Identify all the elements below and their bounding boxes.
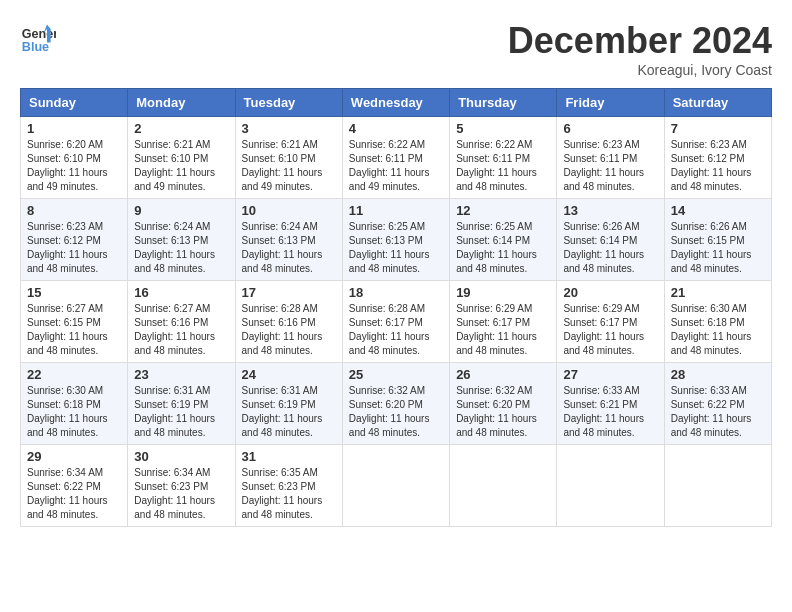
calendar-header-row: SundayMondayTuesdayWednesdayThursdayFrid… <box>21 89 772 117</box>
day-number: 7 <box>671 121 765 136</box>
calendar-cell: 27 Sunrise: 6:33 AMSunset: 6:21 PMDaylig… <box>557 363 664 445</box>
day-number: 17 <box>242 285 336 300</box>
day-number: 26 <box>456 367 550 382</box>
day-info: Sunrise: 6:23 AMSunset: 6:12 PMDaylight:… <box>27 220 121 276</box>
day-number: 19 <box>456 285 550 300</box>
day-info: Sunrise: 6:24 AMSunset: 6:13 PMDaylight:… <box>242 220 336 276</box>
day-info: Sunrise: 6:33 AMSunset: 6:22 PMDaylight:… <box>671 384 765 440</box>
day-number: 29 <box>27 449 121 464</box>
day-info: Sunrise: 6:28 AMSunset: 6:17 PMDaylight:… <box>349 302 443 358</box>
location: Koreagui, Ivory Coast <box>508 62 772 78</box>
calendar-cell: 9 Sunrise: 6:24 AMSunset: 6:13 PMDayligh… <box>128 199 235 281</box>
day-info: Sunrise: 6:29 AMSunset: 6:17 PMDaylight:… <box>563 302 657 358</box>
calendar-cell: 2 Sunrise: 6:21 AMSunset: 6:10 PMDayligh… <box>128 117 235 199</box>
column-header-sunday: Sunday <box>21 89 128 117</box>
day-number: 5 <box>456 121 550 136</box>
day-number: 2 <box>134 121 228 136</box>
day-number: 1 <box>27 121 121 136</box>
calendar-cell: 26 Sunrise: 6:32 AMSunset: 6:20 PMDaylig… <box>450 363 557 445</box>
day-info: Sunrise: 6:25 AMSunset: 6:14 PMDaylight:… <box>456 220 550 276</box>
calendar-cell: 8 Sunrise: 6:23 AMSunset: 6:12 PMDayligh… <box>21 199 128 281</box>
day-number: 16 <box>134 285 228 300</box>
day-info: Sunrise: 6:33 AMSunset: 6:21 PMDaylight:… <box>563 384 657 440</box>
calendar-cell: 13 Sunrise: 6:26 AMSunset: 6:14 PMDaylig… <box>557 199 664 281</box>
calendar-cell: 31 Sunrise: 6:35 AMSunset: 6:23 PMDaylig… <box>235 445 342 527</box>
day-number: 22 <box>27 367 121 382</box>
calendar-cell: 20 Sunrise: 6:29 AMSunset: 6:17 PMDaylig… <box>557 281 664 363</box>
calendar-week-row: 22 Sunrise: 6:30 AMSunset: 6:18 PMDaylig… <box>21 363 772 445</box>
calendar-cell: 5 Sunrise: 6:22 AMSunset: 6:11 PMDayligh… <box>450 117 557 199</box>
day-info: Sunrise: 6:21 AMSunset: 6:10 PMDaylight:… <box>134 138 228 194</box>
day-number: 28 <box>671 367 765 382</box>
calendar-cell: 28 Sunrise: 6:33 AMSunset: 6:22 PMDaylig… <box>664 363 771 445</box>
day-info: Sunrise: 6:27 AMSunset: 6:16 PMDaylight:… <box>134 302 228 358</box>
calendar-cell: 22 Sunrise: 6:30 AMSunset: 6:18 PMDaylig… <box>21 363 128 445</box>
calendar-cell: 4 Sunrise: 6:22 AMSunset: 6:11 PMDayligh… <box>342 117 449 199</box>
day-number: 25 <box>349 367 443 382</box>
column-header-wednesday: Wednesday <box>342 89 449 117</box>
day-info: Sunrise: 6:22 AMSunset: 6:11 PMDaylight:… <box>456 138 550 194</box>
day-number: 21 <box>671 285 765 300</box>
calendar-cell: 12 Sunrise: 6:25 AMSunset: 6:14 PMDaylig… <box>450 199 557 281</box>
day-info: Sunrise: 6:32 AMSunset: 6:20 PMDaylight:… <box>456 384 550 440</box>
day-info: Sunrise: 6:23 AMSunset: 6:11 PMDaylight:… <box>563 138 657 194</box>
day-number: 11 <box>349 203 443 218</box>
column-header-tuesday: Tuesday <box>235 89 342 117</box>
day-number: 4 <box>349 121 443 136</box>
calendar-cell: 25 Sunrise: 6:32 AMSunset: 6:20 PMDaylig… <box>342 363 449 445</box>
day-info: Sunrise: 6:30 AMSunset: 6:18 PMDaylight:… <box>27 384 121 440</box>
page-header: General Blue December 2024 Koreagui, Ivo… <box>20 20 772 78</box>
calendar-cell: 21 Sunrise: 6:30 AMSunset: 6:18 PMDaylig… <box>664 281 771 363</box>
day-number: 8 <box>27 203 121 218</box>
day-info: Sunrise: 6:21 AMSunset: 6:10 PMDaylight:… <box>242 138 336 194</box>
calendar-cell: 19 Sunrise: 6:29 AMSunset: 6:17 PMDaylig… <box>450 281 557 363</box>
day-number: 18 <box>349 285 443 300</box>
month-title: December 2024 <box>508 20 772 62</box>
day-info: Sunrise: 6:28 AMSunset: 6:16 PMDaylight:… <box>242 302 336 358</box>
day-info: Sunrise: 6:26 AMSunset: 6:15 PMDaylight:… <box>671 220 765 276</box>
day-info: Sunrise: 6:34 AMSunset: 6:23 PMDaylight:… <box>134 466 228 522</box>
calendar-week-row: 8 Sunrise: 6:23 AMSunset: 6:12 PMDayligh… <box>21 199 772 281</box>
calendar-cell: 7 Sunrise: 6:23 AMSunset: 6:12 PMDayligh… <box>664 117 771 199</box>
day-number: 13 <box>563 203 657 218</box>
column-header-thursday: Thursday <box>450 89 557 117</box>
column-header-saturday: Saturday <box>664 89 771 117</box>
calendar-cell: 24 Sunrise: 6:31 AMSunset: 6:19 PMDaylig… <box>235 363 342 445</box>
day-number: 6 <box>563 121 657 136</box>
calendar-cell <box>664 445 771 527</box>
calendar-cell <box>557 445 664 527</box>
day-info: Sunrise: 6:31 AMSunset: 6:19 PMDaylight:… <box>134 384 228 440</box>
day-number: 23 <box>134 367 228 382</box>
day-number: 24 <box>242 367 336 382</box>
day-info: Sunrise: 6:25 AMSunset: 6:13 PMDaylight:… <box>349 220 443 276</box>
day-number: 14 <box>671 203 765 218</box>
day-number: 9 <box>134 203 228 218</box>
svg-text:Blue: Blue <box>22 40 49 54</box>
day-info: Sunrise: 6:31 AMSunset: 6:19 PMDaylight:… <box>242 384 336 440</box>
calendar-cell <box>342 445 449 527</box>
day-info: Sunrise: 6:23 AMSunset: 6:12 PMDaylight:… <box>671 138 765 194</box>
calendar-table: SundayMondayTuesdayWednesdayThursdayFrid… <box>20 88 772 527</box>
logo: General Blue <box>20 20 56 56</box>
day-info: Sunrise: 6:22 AMSunset: 6:11 PMDaylight:… <box>349 138 443 194</box>
calendar-cell: 10 Sunrise: 6:24 AMSunset: 6:13 PMDaylig… <box>235 199 342 281</box>
day-info: Sunrise: 6:30 AMSunset: 6:18 PMDaylight:… <box>671 302 765 358</box>
calendar-cell: 1 Sunrise: 6:20 AMSunset: 6:10 PMDayligh… <box>21 117 128 199</box>
calendar-cell: 3 Sunrise: 6:21 AMSunset: 6:10 PMDayligh… <box>235 117 342 199</box>
day-info: Sunrise: 6:24 AMSunset: 6:13 PMDaylight:… <box>134 220 228 276</box>
day-number: 12 <box>456 203 550 218</box>
day-number: 30 <box>134 449 228 464</box>
calendar-cell: 14 Sunrise: 6:26 AMSunset: 6:15 PMDaylig… <box>664 199 771 281</box>
calendar-cell: 11 Sunrise: 6:25 AMSunset: 6:13 PMDaylig… <box>342 199 449 281</box>
day-info: Sunrise: 6:20 AMSunset: 6:10 PMDaylight:… <box>27 138 121 194</box>
calendar-cell: 6 Sunrise: 6:23 AMSunset: 6:11 PMDayligh… <box>557 117 664 199</box>
calendar-week-row: 29 Sunrise: 6:34 AMSunset: 6:22 PMDaylig… <box>21 445 772 527</box>
day-number: 10 <box>242 203 336 218</box>
day-info: Sunrise: 6:26 AMSunset: 6:14 PMDaylight:… <box>563 220 657 276</box>
day-number: 27 <box>563 367 657 382</box>
day-number: 20 <box>563 285 657 300</box>
day-number: 3 <box>242 121 336 136</box>
column-header-friday: Friday <box>557 89 664 117</box>
calendar-cell: 23 Sunrise: 6:31 AMSunset: 6:19 PMDaylig… <box>128 363 235 445</box>
calendar-cell: 30 Sunrise: 6:34 AMSunset: 6:23 PMDaylig… <box>128 445 235 527</box>
